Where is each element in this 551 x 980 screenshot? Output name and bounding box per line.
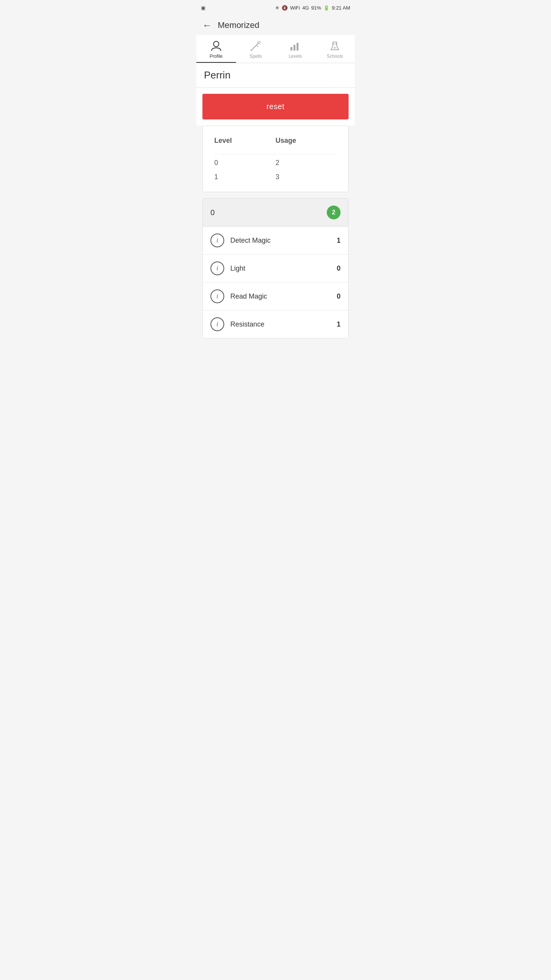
svg-line-2 [253,43,259,49]
tab-spells[interactable]: Spells [236,35,276,63]
battery-level: 91% [311,5,321,11]
spell-row-read-magic[interactable]: i Read Magic 0 [203,283,348,310]
profile-name: Perrin [204,69,347,81]
stats-level-0: 0 [214,159,276,167]
level-header: Level [214,137,276,149]
status-bar-left: ▣ [201,5,205,11]
spell-level-header-0[interactable]: 0 2 [203,199,348,227]
reset-section: reset [196,88,355,126]
stats-level-1: 1 [214,173,276,181]
time-display: 9:21 AM [332,5,350,11]
tab-levels-label: Levels [289,54,302,59]
spell-info-icon-detect-magic[interactable]: i [210,234,224,247]
stats-row-0: 0 2 [214,156,337,170]
tab-levels[interactable]: Levels [276,35,315,63]
spell-row-light[interactable]: i Light 0 [203,255,348,283]
spell-name-light: Light [230,265,329,273]
app-bar: ← Memorized [196,15,355,35]
signal-icon: 4G [302,5,309,11]
profile-name-section: Perrin [196,63,355,88]
spell-info-icon-read-magic[interactable]: i [210,289,224,303]
reset-button[interactable]: reset [202,94,349,119]
usage-header: Usage [276,137,337,149]
wifi-icon: WiFi [290,5,300,11]
stats-usage-1: 3 [276,173,337,181]
schools-tab-icon [329,40,341,52]
spell-level-badge-0: 2 [327,206,341,219]
tab-profile-label: Profile [210,54,223,59]
bluetooth-icon: ✳ [275,5,279,11]
stats-row-1: 1 3 [214,170,337,184]
svg-line-4 [257,46,258,47]
status-bar: ▣ ✳ 🔇 WiFi 4G 91% 🔋 9:21 AM [196,0,355,15]
page-title: Memorized [218,20,259,30]
spell-section: 0 2 i Detect Magic 1 i Light 0 i Read Ma… [202,198,349,338]
stats-header-row: Level Usage [214,134,337,152]
profile-tab-icon [210,40,222,52]
spell-row-detect-magic[interactable]: i Detect Magic 1 [203,227,348,255]
spell-name-resistance: Resistance [230,320,329,328]
spell-count-light: 0 [329,265,341,273]
spell-row-resistance[interactable]: i Resistance 1 [203,310,348,338]
spell-name-read-magic: Read Magic [230,292,329,301]
tab-schools[interactable]: Schools [315,35,355,63]
spell-count-resistance: 1 [329,320,341,328]
stats-usage-0: 2 [276,159,337,167]
stats-card: Level Usage 0 2 1 3 [202,126,349,192]
levels-tab-icon [289,40,302,52]
status-bar-right: ✳ 🔇 WiFi 4G 91% 🔋 9:21 AM [275,5,350,11]
tab-profile[interactable]: Profile [196,35,236,63]
svg-point-0 [214,41,219,47]
tab-schools-label: Schools [327,54,343,59]
spell-count-detect-magic: 1 [329,237,341,245]
stats-table: Level Usage 0 2 1 3 [214,134,337,184]
gallery-icon: ▣ [201,5,205,11]
spell-level-number-0: 0 [210,208,215,217]
spell-name-detect-magic: Detect Magic [230,237,329,245]
spells-tab-icon [249,40,262,52]
tab-bar: Profile Spells Levels [196,35,355,63]
battery-icon: 🔋 [323,5,329,11]
svg-point-3 [258,41,260,44]
spell-info-icon-resistance[interactable]: i [210,317,224,331]
spell-count-read-magic: 0 [329,292,341,301]
mute-icon: 🔇 [282,5,288,11]
svg-point-10 [334,47,336,49]
svg-rect-6 [290,47,292,51]
svg-rect-8 [297,43,298,51]
tab-spells-label: Spells [249,54,262,59]
svg-rect-7 [293,45,295,51]
svg-point-5 [251,49,252,51]
back-button[interactable]: ← [202,20,212,31]
spell-info-icon-light[interactable]: i [210,261,224,275]
